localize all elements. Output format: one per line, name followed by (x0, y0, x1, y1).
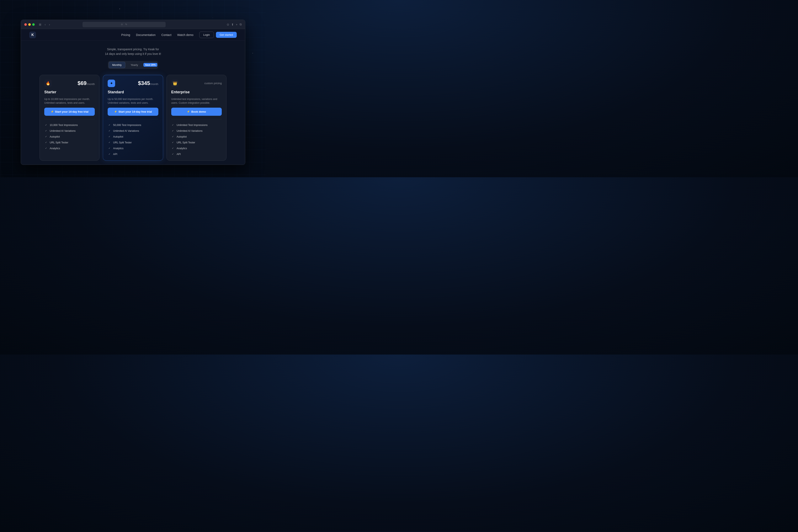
feature-impressions: ✓ 50,000 Test Impressions (108, 124, 158, 127)
check-icon: ✓ (171, 141, 174, 144)
monthly-toggle[interactable]: Monthly (109, 62, 125, 68)
navbar: K Pricing Documentation Contact Watch de… (21, 29, 245, 41)
check-icon: ✓ (108, 153, 111, 156)
feature-impressions: ✓ Unlimited Test Impressions (171, 124, 222, 127)
address-bar[interactable]: ⊙ ↻ (82, 22, 166, 27)
divider (108, 119, 158, 119)
nav-link-contact[interactable]: Contact (162, 33, 171, 37)
check-icon: ✓ (44, 141, 48, 144)
divider (171, 119, 222, 119)
title-bar: ⊞ ‹ › ⊙ ↻ ⊙ ⬆ + ⧉ (21, 20, 245, 29)
close-button[interactable] (24, 23, 27, 26)
enterprise-description: Unlimited test impressions, variations a… (171, 97, 222, 105)
standard-description: Up to 50,000 test impressions per month.… (108, 97, 158, 105)
check-icon: ✓ (108, 147, 111, 150)
starter-name: Starter (44, 90, 95, 94)
nav-link-documentation[interactable]: Documentation (136, 33, 155, 37)
forward-icon[interactable]: › (48, 22, 51, 26)
enterprise-cta[interactable]: ⚡ Book demo (171, 108, 222, 116)
enterprise-icon: 👑 (171, 80, 179, 87)
security-icon: ⊙ (121, 23, 123, 26)
sidebar-toggle-icon[interactable]: ⊞ (38, 22, 42, 26)
check-icon: ✓ (171, 124, 174, 127)
check-icon: ✓ (171, 135, 174, 138)
browser-window: ⊞ ‹ › ⊙ ↻ ⊙ ⬆ + ⧉ K Pricing Documentatio… (21, 20, 245, 165)
save-badge: Save 20% (144, 63, 157, 67)
pricing-cards: 🔥 $69/month Starter Up to 10,000 test im… (39, 75, 227, 160)
check-icon: ✓ (171, 153, 174, 156)
nav-logo[interactable]: K (29, 32, 36, 38)
check-icon: ✓ (108, 135, 111, 138)
reader-icon[interactable]: ⊙ (227, 23, 229, 26)
starter-period: /month (87, 82, 95, 86)
starter-price-display: $69/month (77, 80, 95, 87)
starter-features: ✓ 10,000 Test Impressions ✓ Unlimited AI… (44, 124, 95, 150)
starter-icon: 🔥 (44, 80, 52, 87)
enterprise-header: 👑 custom pricing (171, 80, 222, 87)
nav-links: Pricing Documentation Contact Watch demo (121, 33, 193, 37)
feature-api: ✓ API (171, 153, 222, 156)
feature-analytics: ✓ Analytics (171, 147, 222, 150)
pricing-section: Simple, transparent pricing. Try Keak fo… (21, 41, 245, 165)
bolt-icon: ⚡ (51, 110, 54, 113)
feature-url-split: ✓ URL Split Tester (108, 141, 158, 144)
standard-period: /month (150, 82, 158, 86)
standard-card: ✦ $345/month Standard Up to 50,000 test … (103, 75, 163, 160)
feature-api: ✓ API (108, 153, 158, 156)
nav-link-pricing[interactable]: Pricing (121, 33, 130, 37)
feature-impressions: ✓ 10,000 Test Impressions (44, 124, 95, 127)
starter-description: Up to 10,000 test impressions per month.… (44, 97, 95, 105)
check-icon: ✓ (108, 129, 111, 133)
standard-icon: ✦ (108, 80, 115, 87)
share-icon[interactable]: ⬆ (231, 23, 234, 26)
get-started-button[interactable]: Get started (216, 32, 237, 38)
feature-autopilot: ✓ Autopilot (108, 135, 158, 138)
check-icon: ✓ (44, 124, 48, 127)
pricing-subtitle: Simple, transparent pricing. Try Keak fo… (105, 47, 161, 56)
refresh-icon[interactable]: ↻ (125, 23, 127, 26)
feature-analytics: ✓ Analytics (108, 147, 158, 150)
yearly-toggle[interactable]: Yearly (127, 62, 141, 68)
starter-cta[interactable]: ⚡ Start your 14-day free trial (44, 108, 95, 116)
check-icon: ✓ (44, 129, 48, 133)
check-icon: ✓ (108, 124, 111, 127)
bolt-icon: ⚡ (187, 110, 190, 113)
enterprise-name: Enterprise (171, 90, 222, 94)
divider (44, 119, 95, 119)
feature-analytics: ✓ Analytics (44, 147, 95, 150)
enterprise-price-display: custom pricing (204, 82, 222, 85)
tabs-overview-icon[interactable]: ⧉ (240, 23, 242, 26)
bolt-icon: ⚡ (114, 110, 117, 113)
feature-url-split: ✓ URL Split Tester (44, 141, 95, 144)
traffic-lights (24, 23, 35, 26)
starter-header: 🔥 $69/month (44, 80, 95, 87)
standard-name: Standard (108, 90, 158, 94)
standard-cta[interactable]: ⚡ Start your 14-day free trial (108, 108, 158, 116)
back-icon[interactable]: ‹ (44, 22, 46, 26)
standard-price-display: $345/month (138, 80, 158, 87)
starter-price: $69 (77, 80, 87, 86)
maximize-button[interactable] (32, 23, 35, 26)
standard-features: ✓ 50,000 Test Impressions ✓ Unlimited AI… (108, 124, 158, 156)
starter-card: 🔥 $69/month Starter Up to 10,000 test im… (39, 75, 99, 160)
nav-link-watch-demo[interactable]: Watch demo (177, 33, 193, 37)
check-icon: ✓ (171, 147, 174, 150)
feature-autopilot: ✓ Autopilot (44, 135, 95, 138)
feature-ai-variations: ✓ Unlimited AI Variations (171, 129, 222, 133)
enterprise-card: 👑 custom pricing Enterprise Unlimited te… (167, 75, 227, 160)
new-tab-icon[interactable]: + (236, 23, 238, 26)
feature-ai-variations: ✓ Unlimited AI Variations (44, 129, 95, 133)
check-icon: ✓ (171, 129, 174, 133)
check-icon: ✓ (44, 135, 48, 138)
check-icon: ✓ (108, 141, 111, 144)
login-button[interactable]: Login (199, 32, 214, 38)
minimize-button[interactable] (28, 23, 31, 26)
standard-header: ✦ $345/month (108, 80, 158, 87)
standard-price: $345 (138, 80, 150, 86)
page-content: K Pricing Documentation Contact Watch de… (21, 29, 245, 165)
feature-url-split: ✓ URL Split Tester (171, 141, 222, 144)
feature-autopilot: ✓ Autopilot (171, 135, 222, 138)
feature-ai-variations: ✓ Unlimited AI Variations (108, 129, 158, 133)
billing-toggle: Monthly Yearly Save 20% (108, 61, 158, 69)
check-icon: ✓ (44, 147, 48, 150)
